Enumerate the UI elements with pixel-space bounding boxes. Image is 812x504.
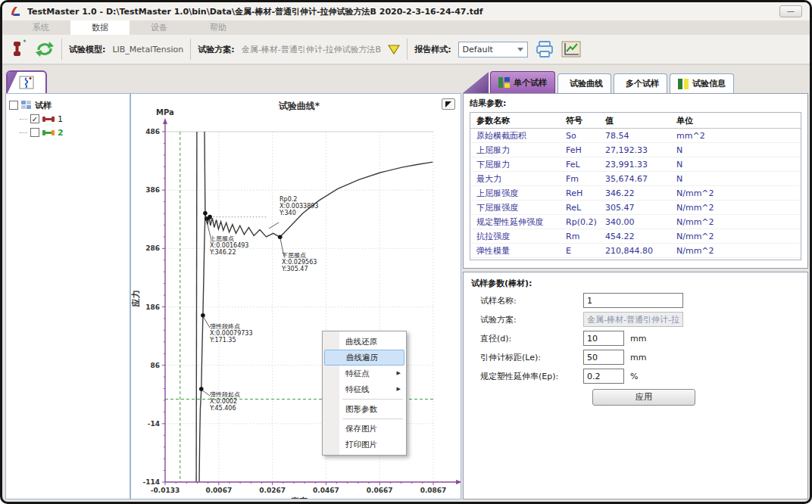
tab-specimen-tree[interactable]: [6, 70, 47, 93]
svg-text:X:0.00079733: X:0.00079733: [210, 330, 253, 337]
print-button[interactable]: [535, 40, 554, 58]
report-style-select[interactable]: Default: [458, 42, 528, 58]
ctx-item-curve-traverse[interactable]: 曲线遍历: [324, 350, 404, 366]
table-row[interactable]: 规定塑性延伸强度Rp(0.2)340.00N/mm^2: [470, 215, 801, 229]
menu-item-data[interactable]: 数据: [70, 20, 130, 35]
app-window: TestMaster 1.0 - D:\TestMaster 1.0\bin\D…: [0, 0, 812, 504]
ctx-item-graph-params[interactable]: 图形参数: [323, 401, 406, 417]
tab-multi-specimen[interactable]: 多个试样: [614, 73, 667, 93]
tab-test-info[interactable]: 试验信息: [670, 73, 734, 93]
refresh-button[interactable]: [35, 40, 55, 58]
tree-connector: [20, 132, 27, 133]
tab-test-curve[interactable]: 试验曲线: [557, 73, 611, 93]
ctx-item-curve-restore[interactable]: 曲线还原: [323, 334, 406, 350]
svg-text:X:0.0016493: X:0.0016493: [210, 242, 248, 249]
menu-item-system[interactable]: 系统: [11, 20, 70, 35]
svg-text:弹性段起点: 弹性段起点: [210, 391, 240, 398]
scheme-dropdown-icon[interactable]: [388, 45, 400, 54]
svg-text:Y:45.406: Y:45.406: [209, 405, 236, 412]
results-header-row: 参数名称 符号 值 单位: [470, 113, 801, 129]
ctx-item-label: 特征点: [345, 369, 370, 378]
report-chart-icon: [561, 41, 581, 58]
specimen-group-icon: [21, 101, 32, 110]
svg-text:386: 386: [145, 186, 160, 194]
table-row[interactable]: 弹性模量E210,844.80N/mm^2: [470, 244, 801, 258]
specimen-green-icon: [42, 129, 55, 136]
menu-item-device[interactable]: 设备: [130, 20, 189, 35]
table-row[interactable]: 下屈服强度ReL305.47N/mm^2: [470, 201, 801, 215]
report-preview-button[interactable]: [561, 41, 581, 58]
specimen-name-label: 试样名称:: [471, 295, 583, 306]
test-curve-chart: 48638628618686-14-114-0.01330.00670.0267…: [131, 94, 461, 499]
gauge-length-field[interactable]: [583, 350, 624, 365]
apply-button[interactable]: 应用: [592, 389, 695, 406]
ep-field[interactable]: [583, 369, 624, 384]
report-style-label: 报告样式:: [414, 44, 451, 55]
diameter-field[interactable]: [583, 331, 624, 346]
specimen-form-panel: 试样参数(棒材): 试样名称: 试验方案: 直径(d): mm 引伸计标距(Le…: [463, 272, 808, 499]
submenu-arrow-icon: ▶: [397, 366, 401, 381]
tree-item-1-checkbox[interactable]: ✓: [30, 114, 39, 123]
table-row[interactable]: 抗拉强度Rm454.22N/mm^2: [470, 229, 801, 244]
tab-bar-decorative-triangle: [463, 72, 489, 93]
specimen-add-icon: [10, 39, 28, 59]
tree-item-2[interactable]: 2: [20, 126, 126, 139]
form-row: 试验方案:: [471, 311, 800, 328]
ctx-item-print-image[interactable]: 打印图片: [323, 437, 406, 453]
window-title: TestMaster 1.0 - D:\TestMaster 1.0\bin\D…: [27, 6, 774, 17]
model-label: 试验模型:: [69, 44, 105, 55]
table-row[interactable]: 上屈服强度ReH346.22N/mm^2: [470, 186, 801, 201]
context-menu-separator: [342, 418, 403, 419]
table-row[interactable]: 下屈服力FeL23,991.33N: [470, 157, 801, 172]
specimen-name-field[interactable]: [583, 293, 683, 308]
results-title: 结果参数:: [470, 98, 801, 109]
ctx-item-label: 特征线: [345, 384, 370, 394]
ctx-item-feature-lines[interactable]: 特征线 ▶: [323, 381, 406, 397]
svg-text:Y:346.22: Y:346.22: [209, 249, 236, 256]
table-row[interactable]: 上屈服力FeH27,192.33N: [470, 143, 801, 157]
minimize-button[interactable]: —: [779, 5, 802, 17]
svg-text:0.0867: 0.0867: [420, 487, 447, 494]
ctx-item-save-image[interactable]: 保存图片: [323, 421, 406, 437]
tree-root-label: 试样: [35, 100, 52, 111]
printer-icon: [535, 40, 554, 58]
tree-item-2-checkbox[interactable]: [30, 128, 39, 137]
svg-text:应力: 应力: [131, 291, 141, 308]
col-value: 值: [605, 115, 676, 126]
ctx-item-feature-points[interactable]: 特征点 ▶: [323, 366, 406, 381]
chart-collapse-button[interactable]: [442, 98, 455, 110]
svg-text:0.0467: 0.0467: [313, 487, 339, 494]
col-symbol: 符号: [566, 115, 605, 126]
title-bar: TestMaster 1.0 - D:\TestMaster 1.0\bin\D…: [2, 2, 810, 20]
tab-label: 单个试样: [514, 77, 547, 89]
tab-single-specimen[interactable]: 单个试样: [490, 71, 555, 93]
table-row[interactable]: 原始横截面积So78.54mm^2: [470, 129, 801, 143]
svg-text:Rp0.2: Rp0.2: [280, 196, 297, 203]
menu-bar: 系统 数据 设备 帮助: [2, 20, 810, 35]
tree-root-checkbox[interactable]: [9, 101, 18, 110]
toolbar-separator: [61, 39, 62, 60]
svg-text:应变: 应变: [290, 496, 308, 499]
menu-item-help[interactable]: 帮助: [189, 20, 248, 35]
svg-text:-0.0133: -0.0133: [151, 487, 180, 494]
right-tab-bar: 单个试样 试验曲线 多个试样 试验信息: [463, 70, 736, 93]
svg-text:MPa: MPa: [156, 108, 174, 117]
table-row[interactable]: 最大力Fm35,674.67N: [470, 172, 801, 186]
submenu-arrow-icon: ▶: [397, 381, 401, 397]
tree-connector: [20, 119, 27, 120]
svg-text:0.0667: 0.0667: [367, 487, 393, 494]
svg-text:mm/mm: mm/mm: [402, 498, 433, 499]
add-specimen-button[interactable]: [10, 39, 28, 59]
form-row: 规定塑性延伸率(Ep): %: [471, 368, 800, 384]
svg-text:X:0.0002: X:0.0002: [210, 398, 237, 405]
curve-document-icon: [19, 76, 34, 89]
ep-label: 规定塑性延伸率(Ep):: [471, 371, 583, 382]
tree-root-row[interactable]: 试样: [9, 98, 126, 112]
svg-text:下屈服点: 下屈服点: [282, 252, 306, 259]
svg-text:0.0267: 0.0267: [259, 487, 286, 494]
svg-text:Y:171.35: Y:171.35: [209, 337, 236, 344]
form-row: 直径(d): mm: [471, 330, 800, 347]
tree-item-1[interactable]: ✓ 1: [20, 112, 126, 126]
scheme-field-label: 试验方案:: [471, 314, 583, 325]
tab-label: 试验曲线: [570, 78, 603, 89]
